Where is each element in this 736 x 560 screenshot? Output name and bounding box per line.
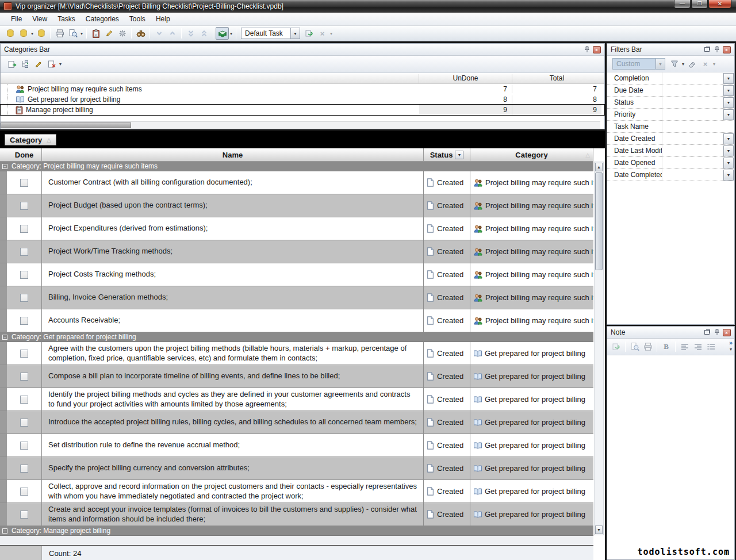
- group-header[interactable]: −Category: Manage project billing: [0, 526, 593, 536]
- task-row[interactable]: Collect, approve and record information …: [0, 480, 593, 503]
- done-checkbox[interactable]: [20, 419, 28, 427]
- task-row[interactable]: Project Costs Tracking methods;CreatedPr…: [0, 263, 593, 286]
- new-database-icon[interactable]: [3, 27, 17, 40]
- done-checkbox[interactable]: [20, 442, 28, 450]
- menu-help[interactable]: Help: [151, 13, 175, 25]
- task-properties-icon[interactable]: [116, 27, 129, 40]
- done-checkbox[interactable]: [20, 271, 28, 279]
- menu-file[interactable]: File: [6, 13, 27, 25]
- task-template-combo[interactable]: Default Task ▼: [241, 28, 300, 39]
- move-down-icon[interactable]: [152, 27, 166, 40]
- apply-filter-icon[interactable]: [668, 57, 681, 70]
- done-checkbox[interactable]: [20, 511, 28, 519]
- filter-preset-combo[interactable]: Custom ▼: [612, 58, 665, 70]
- note-content[interactable]: todolistsoft.com: [607, 355, 734, 559]
- task-row[interactable]: Agree with the customers upon the projec…: [0, 342, 593, 365]
- preview-note-icon[interactable]: [628, 340, 641, 353]
- pin-icon[interactable]: [712, 45, 721, 53]
- move-top-icon[interactable]: [197, 27, 210, 40]
- delete-template-icon[interactable]: ×: [316, 27, 329, 40]
- pin-icon[interactable]: [712, 328, 721, 336]
- align-right-icon[interactable]: [691, 340, 704, 353]
- move-bottom-icon[interactable]: [184, 27, 197, 40]
- categories-horizontal-scrollbar[interactable]: [1, 121, 600, 129]
- pin-icon[interactable]: [582, 45, 591, 53]
- print-preview-icon[interactable]: [66, 27, 79, 40]
- scrollbar-thumb[interactable]: [595, 172, 603, 270]
- open-database-icon[interactable]: [17, 27, 30, 40]
- dropdown-icon[interactable]: ▼: [723, 133, 734, 144]
- bold-button[interactable]: B: [660, 340, 673, 353]
- filter-value-field[interactable]: [662, 85, 723, 96]
- dropdown-icon[interactable]: ▼: [723, 145, 734, 156]
- task-row[interactable]: Project Budget (based upon the contract …: [0, 194, 593, 217]
- align-left-icon[interactable]: [678, 340, 691, 353]
- task-row[interactable]: Project Work/Time Tracking methods;Creat…: [0, 240, 593, 263]
- save-database-icon[interactable]: [34, 27, 48, 40]
- dropdown-icon[interactable]: ▼: [723, 170, 734, 181]
- filter-value-field[interactable]: [662, 109, 723, 120]
- dropdown-icon[interactable]: ▼: [723, 73, 734, 84]
- done-checkbox[interactable]: [20, 317, 28, 325]
- done-column-header[interactable]: Done: [7, 148, 42, 162]
- delete-filter-icon[interactable]: ×: [699, 57, 712, 70]
- open-dropdown-icon[interactable]: ▾: [31, 31, 33, 36]
- done-checkbox[interactable]: [20, 465, 28, 473]
- category-row[interactable]: Get prepared for project billing 8 8: [1, 94, 604, 105]
- category-row[interactable]: Project billing may require such items 7…: [1, 84, 604, 94]
- filter-value-field[interactable]: [662, 157, 723, 168]
- done-checkbox[interactable]: [20, 396, 28, 404]
- add-category-icon[interactable]: [5, 58, 18, 71]
- close-panel-icon[interactable]: x: [722, 45, 731, 53]
- task-row[interactable]: Billing, Invoice Generation methods;Crea…: [0, 286, 593, 309]
- close-panel-icon[interactable]: x: [722, 328, 731, 336]
- task-row[interactable]: Compose a bill plan to incorporate timel…: [0, 365, 593, 388]
- find-icon[interactable]: [134, 27, 147, 40]
- restore-button[interactable]: ❐: [691, 0, 708, 9]
- filter-value-field[interactable]: [662, 169, 723, 181]
- notes-dropdown-icon[interactable]: ▾: [230, 31, 232, 36]
- print-note-icon[interactable]: [641, 340, 654, 353]
- menu-view[interactable]: View: [27, 13, 52, 25]
- dropdown-icon[interactable]: ▼: [723, 97, 734, 108]
- delete-category-icon[interactable]: [45, 58, 58, 71]
- filter-dropdown-icon[interactable]: ▾: [682, 62, 684, 67]
- done-checkbox[interactable]: [20, 179, 28, 187]
- done-checkbox[interactable]: [20, 294, 28, 302]
- add-subcategory-icon[interactable]: [18, 58, 32, 71]
- categories-toolbar-overflow-icon[interactable]: ▾: [59, 62, 62, 67]
- menu-tasks[interactable]: Tasks: [52, 13, 80, 25]
- close-panel-icon[interactable]: x: [592, 45, 601, 53]
- minimize-button[interactable]: —: [674, 0, 691, 9]
- filter-preset-dropdown-icon[interactable]: ▼: [656, 59, 665, 69]
- task-row[interactable]: Set distribution rule to define the reve…: [0, 434, 593, 457]
- restore-panel-icon[interactable]: [703, 328, 711, 336]
- done-checkbox[interactable]: [20, 488, 28, 496]
- filters-overflow-icon[interactable]: ▾: [713, 62, 715, 67]
- note-toolbar-overflow-icon[interactable]: »▾: [729, 340, 733, 352]
- menu-tools[interactable]: Tools: [124, 13, 151, 25]
- notes-view-icon[interactable]: [216, 27, 229, 40]
- task-row[interactable]: Introduce the accepted project billing r…: [0, 411, 593, 434]
- dropdown-icon[interactable]: ▼: [723, 109, 734, 120]
- dropdown-icon[interactable]: ▼: [723, 85, 734, 96]
- insert-note-icon[interactable]: [610, 340, 623, 353]
- clear-filter-icon[interactable]: [685, 57, 699, 70]
- done-checkbox[interactable]: [20, 225, 28, 233]
- collapse-icon[interactable]: −: [2, 335, 7, 340]
- edit-category-icon[interactable]: [32, 58, 45, 71]
- new-task-icon[interactable]: [89, 27, 102, 40]
- task-row[interactable]: Identify the project billing methods and…: [0, 388, 593, 411]
- group-by-chip[interactable]: Category △: [5, 134, 56, 145]
- done-checkbox[interactable]: [20, 350, 28, 358]
- print-dropdown-icon[interactable]: ▾: [80, 31, 83, 36]
- restore-panel-icon[interactable]: [703, 45, 711, 53]
- task-row[interactable]: Specify the project billing currency and…: [0, 457, 593, 480]
- status-column-header[interactable]: Status▼: [424, 148, 470, 162]
- done-checkbox[interactable]: [20, 202, 28, 210]
- category-column-header[interactable]: Category△: [470, 148, 593, 162]
- scrollbar-thumb[interactable]: [1, 122, 131, 128]
- done-checkbox[interactable]: [20, 373, 28, 381]
- apply-template-icon[interactable]: [302, 27, 316, 40]
- collapse-icon[interactable]: −: [2, 528, 7, 534]
